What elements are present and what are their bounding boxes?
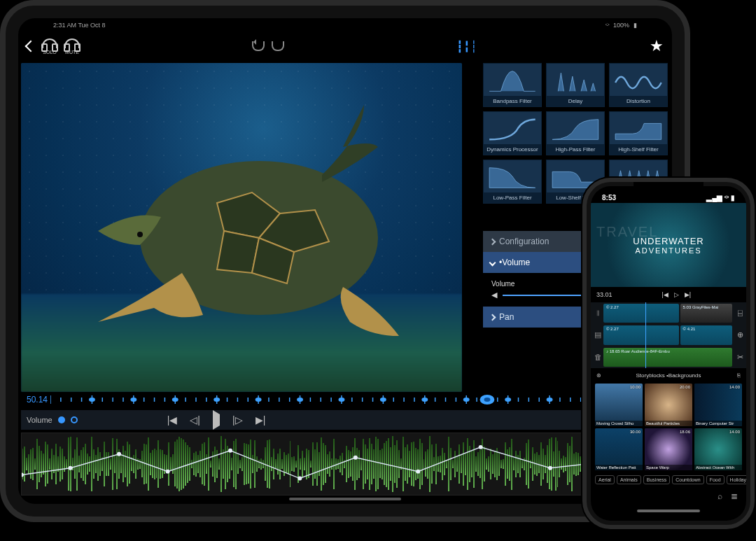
title-card: UNDERWATER ADVENTURES [633,236,704,255]
tag-countdown[interactable]: Countdown [672,475,704,484]
bandpass-icon [484,66,541,96]
ipad-device: 2:31 AM Tue Oct 8 ⌔ 100% ▮ SOLO MUTE ┇╏┆… [6,6,685,517]
wifi-icon: ⌔ [606,22,609,29]
decrease-volume[interactable]: ◀ [491,290,497,300]
fx-dyn[interactable]: Dynamics Processor [483,111,542,155]
iphone-tag-row: AerialAnimalsBusinessCountdownFoodHolida… [591,472,746,487]
asset-item[interactable]: 20.00Beautiful Particles [645,384,692,426]
favorite-button[interactable]: ★ [650,37,664,55]
asset-item[interactable]: 10.00Moving Crowd Silho [595,384,643,426]
list-icon[interactable]: ≣ [731,491,738,501]
search-icon[interactable]: ⌕ [718,491,722,501]
solo-button[interactable]: SOLO [42,38,57,55]
headphones-mute-icon [64,38,80,48]
iphone-skip-fwd[interactable]: ▶| [685,291,691,298]
undo-icon [252,41,265,51]
redo-button[interactable] [272,41,284,51]
iphone-play[interactable]: ▷ [674,291,679,298]
star-icon: ★ [650,37,664,55]
ipad-status-bar: 2:31 AM Tue Oct 8 ⌔ 100% ▮ [18,18,672,32]
tag-animals[interactable]: Animals [617,475,641,484]
svg-point-81 [166,470,170,474]
timeline-ruler[interactable]: 50.14 1:07.13 [21,389,669,410]
asset-item[interactable]: 14.00Abstract Ocean With [694,428,742,471]
svg-point-51 [421,398,428,402]
iphone-playhead-time: 33.01 [596,291,612,298]
ruler-start-time: 50.14 [27,395,48,405]
clip-video-1b[interactable]: 5.03 GrayFiles-Mai [680,304,732,323]
frame-back-button[interactable]: ◁| [190,414,200,426]
iphone-transport: 33.01 |◀ ▷ ▶| [591,287,746,302]
status-date: Tue Oct 8 [78,22,105,29]
svg-point-87 [548,466,552,470]
svg-point-26 [214,398,220,402]
iphone-device: 8:53 ▂▄▆ ⌔ ▮ TRAVEL UNDERWATER ADVENTURE… [587,182,750,525]
clip-video-1a[interactable]: © 2.27 [603,304,679,323]
fx-delay[interactable]: Delay [546,63,605,107]
keyframe-label: Volume [27,416,52,424]
fx-distortion[interactable]: Distortion [609,63,668,107]
ruler-ticks [50,391,633,408]
headphones-icon [42,38,57,48]
fx-bandpass[interactable]: Bandpass Filter [483,63,542,107]
svg-point-80 [117,452,121,456]
fx-hs[interactable]: High-Shelf Filter [609,111,668,155]
iphone-video-preview[interactable]: TRAVEL UNDERWATER ADVENTURES [591,203,746,287]
iphone-bottom-bar: ⌕ ≣ [591,487,746,505]
asset-item[interactable]: 18.06Space Warp [645,428,692,471]
iphone-timeline[interactable]: ⌸ ⊕ ✂ ⫴ © 2.27 5.03 GrayFiles-Mai ▤ © 2.… [591,302,746,368]
svg-point-85 [416,470,420,474]
provider-icon[interactable]: ⊛ [596,372,601,379]
svg-point-46 [380,398,386,402]
delay-icon [547,66,604,96]
prev-keyframe-button[interactable] [58,416,65,423]
svg-point-61 [505,398,511,402]
distortion-icon [610,66,667,96]
home-indicator[interactable] [289,498,401,500]
exit-icon[interactable]: ⎘ [737,372,741,379]
audio-waveform[interactable] [21,433,669,496]
video-preview[interactable] [21,63,462,392]
levels-icon[interactable]: ⫴ [594,304,602,323]
mute-button[interactable]: MUTE [64,38,80,55]
chevron-right-icon [489,238,496,245]
playhead[interactable] [645,302,646,368]
tag-aerial[interactable]: Aerial [595,475,615,484]
iphone-home-indicator[interactable] [591,505,746,517]
iphone-library-grid: 10.00Moving Crowd Silho20.00Beautiful Pa… [591,382,746,472]
play-button[interactable] [213,414,220,426]
status-battery: 100% [613,22,629,29]
hs-icon [610,115,667,144]
back-button[interactable] [27,42,35,50]
trash-icon[interactable]: 🗑 [594,348,602,367]
fx-hp[interactable]: High-Pass Filter [546,111,605,155]
next-keyframe-button[interactable] [71,416,78,423]
tag-food[interactable]: Food [706,475,724,484]
svg-point-21 [172,398,178,402]
svg-point-66 [547,398,553,402]
chevron-right-icon [489,314,496,321]
audio-settings-icon[interactable]: ┇╏┆ [456,40,477,53]
undo-button[interactable] [252,41,265,51]
fx-lp[interactable]: Low-Pass Filter [483,160,542,204]
chevron-left-icon [25,41,37,52]
frame-forward-button[interactable]: |▷ [232,414,243,426]
svg-point-41 [339,398,345,402]
tag-holidays[interactable]: Holidays [727,475,746,484]
redo-icon [272,41,284,51]
tag-business[interactable]: Business [643,475,670,484]
svg-point-82 [228,449,232,453]
iphone-skip-back[interactable]: |◀ [662,291,668,298]
svg-point-83 [298,477,302,481]
svg-point-56 [463,398,470,402]
track-icon[interactable]: ▤ [594,325,602,344]
skip-back-button[interactable]: |◀ [167,414,178,426]
clip-audio-1[interactable]: ♪ 18.65 Roar Audience-84F-Embu [603,348,732,367]
clip-video-2a[interactable]: © 2.27 [603,325,679,344]
asset-item[interactable]: 30.00Water Reflection Patt [595,428,643,471]
skip-forward-button[interactable]: ▶| [255,414,266,426]
asset-item[interactable]: 14.00Binary Computer Str [694,384,742,426]
svg-point-78 [22,473,24,477]
clip-video-2b[interactable]: © 4.21 [680,325,732,344]
hp-icon [547,115,604,144]
